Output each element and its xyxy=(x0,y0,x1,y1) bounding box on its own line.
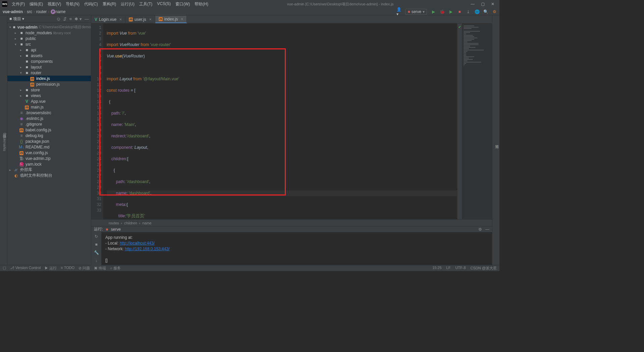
tab-login-vue[interactable]: VLogin.vue× xyxy=(91,16,125,23)
tree-node-modules[interactable]: ▸■node_moduleslibrary root xyxy=(7,30,91,36)
status-services[interactable]: ⟐ 服务 xyxy=(110,266,121,271)
wrench-icon[interactable]: 🔧 xyxy=(94,250,99,255)
tree-assets[interactable]: ▸■assets xyxy=(7,53,91,58)
run-config-selector[interactable]: ■serve▾ xyxy=(405,9,427,15)
status-run[interactable]: ▶ 运行 xyxy=(45,266,57,271)
status-encoding[interactable]: UTF-8 xyxy=(455,266,466,271)
gear-icon[interactable]: ⚙ xyxy=(478,227,482,232)
run-tool-window: 运行: ■serve ⚙— ↻ ■ 🔧 ↓ App running at: - … xyxy=(91,226,492,265)
menu-view[interactable]: 视图(V) xyxy=(46,1,63,8)
close-icon[interactable]: × xyxy=(119,17,122,22)
stop-button-icon[interactable]: ■ xyxy=(457,9,462,14)
menu-run[interactable]: 运行(U) xyxy=(119,1,136,8)
tree-package[interactable]: {}package.json xyxy=(7,138,91,144)
minimize-button[interactable]: — xyxy=(471,2,475,6)
tree-components[interactable]: ■components xyxy=(7,58,91,64)
stop-icon[interactable]: ■ xyxy=(95,242,97,247)
debug-button-icon[interactable]: 🐞 xyxy=(440,9,444,14)
menu-code[interactable]: 代码(C) xyxy=(83,1,100,8)
menu-help[interactable]: 帮助(H) xyxy=(193,1,210,8)
tree-app-vue[interactable]: VApp.vue xyxy=(7,98,91,104)
window-title: vue-admin [C:\Users\ws\Desktop\项目demo\vu… xyxy=(210,2,471,7)
code-area[interactable]: import Vue from 'vue' import VueRouter f… xyxy=(103,24,457,219)
menu-window[interactable]: 窗口(W) xyxy=(174,1,192,8)
status-vcs[interactable]: ⎇ Version Control xyxy=(10,266,41,271)
tree-debug[interactable]: ≡debug.log xyxy=(7,133,91,138)
local-url-link[interactable]: http://localhost:443/ xyxy=(120,241,155,246)
down-icon[interactable]: ↓ xyxy=(95,258,97,263)
menu-file[interactable]: 文件(F) xyxy=(10,1,26,8)
run-button-icon[interactable]: ▶ xyxy=(431,9,436,14)
tree-public[interactable]: ▸■public xyxy=(7,36,91,41)
tab-user-js[interactable]: JSuser.js× xyxy=(125,16,155,23)
tree-src[interactable]: ▾■src xyxy=(7,41,91,47)
expand-all-icon[interactable]: ⇵ xyxy=(63,16,67,21)
menu-edit[interactable]: 编辑(E) xyxy=(28,1,45,8)
breadcrumb-name[interactable]: name xyxy=(55,9,65,14)
minimap[interactable] xyxy=(462,24,492,219)
tree-yarn[interactable]: 🧶yarn.lock xyxy=(7,161,91,167)
maximize-button[interactable]: ▢ xyxy=(481,2,485,6)
status-todo[interactable]: ≡ TODO xyxy=(61,266,74,271)
tree-views[interactable]: ▸■views xyxy=(7,93,91,98)
editor[interactable]: 1234567891011121314151617181920212223242… xyxy=(91,24,492,219)
tree-gitignore[interactable]: ≡.gitignore xyxy=(7,121,91,127)
collapse-all-icon[interactable]: ≡ xyxy=(69,16,72,21)
git-update-icon[interactable]: ⤓ xyxy=(466,9,471,14)
left-tool-stripe[interactable]: 项目 Bookmarks xyxy=(0,15,7,265)
menu-tools[interactable]: 工具(T) xyxy=(138,1,154,8)
close-icon[interactable]: × xyxy=(149,17,152,22)
inspection-overview[interactable]: ✔ xyxy=(457,24,462,219)
translate-icon[interactable]: 🌐 xyxy=(475,9,479,14)
hide-icon[interactable]: — xyxy=(485,227,489,232)
tree-store[interactable]: ▸■store xyxy=(7,87,91,93)
tree-eslintrc[interactable]: ◉.eslintrc.js xyxy=(7,116,91,121)
search-icon[interactable]: 🔍 xyxy=(483,9,488,14)
tree-main-js[interactable]: JSmain.js xyxy=(7,104,91,110)
breadcrumb-router[interactable]: router xyxy=(36,9,47,14)
tree-permission-js[interactable]: JSpermission.js xyxy=(7,81,91,87)
tab-index-js[interactable]: JSindex.js× xyxy=(155,16,187,23)
tree-index-js[interactable]: JSindex.js xyxy=(7,76,91,81)
bc-routes[interactable]: routes xyxy=(109,221,119,225)
hide-tool-icon[interactable]: — xyxy=(85,16,89,21)
status-problems[interactable]: ⊘ 问题 xyxy=(78,266,90,271)
settings-gear-icon[interactable]: ⚙ xyxy=(492,9,497,14)
editor-tabs: VLogin.vue× JSuser.js× JSindex.js× xyxy=(91,15,492,24)
tree-external-libs[interactable]: ▸⫻外部库 xyxy=(7,167,91,173)
select-open-file-icon[interactable]: ⊙ xyxy=(57,16,60,21)
tree-vueconfig[interactable]: JSvue.config.js xyxy=(7,150,91,156)
coverage-button-icon[interactable]: ▶ xyxy=(448,9,453,14)
tree-layout[interactable]: ▸■layout xyxy=(7,64,91,70)
gear-icon[interactable]: ✱ ▾ xyxy=(74,16,82,21)
tree-scratches[interactable]: ◐临时文件和控制台 xyxy=(7,173,91,178)
property-icon: P xyxy=(51,9,55,14)
menu-refactor[interactable]: 重构(R) xyxy=(101,1,118,8)
menu-navigate[interactable]: 导航(N) xyxy=(64,1,81,8)
close-icon[interactable]: × xyxy=(181,17,183,21)
network-url-link[interactable]: http://192.168.0.153:443/ xyxy=(125,247,169,251)
breadcrumb-src[interactable]: src xyxy=(27,9,32,14)
bc-name[interactable]: name xyxy=(142,221,152,225)
tree-babel[interactable]: JSbabel.config.js xyxy=(7,127,91,133)
project-tree[interactable]: ▾■vue-adminC:\Users\ws\Desktop\项目demo ▸■… xyxy=(7,23,91,265)
tree-readme[interactable]: M↓README.md xyxy=(7,144,91,150)
tree-router[interactable]: ▾■router xyxy=(7,70,91,76)
tree-root[interactable]: ▾■vue-adminC:\Users\ws\Desktop\项目demo xyxy=(7,24,91,30)
status-line-sep[interactable]: LF xyxy=(446,266,451,271)
tree-api[interactable]: ▸■api xyxy=(7,47,91,53)
run-output[interactable]: App running at: - Local: http://localhos… xyxy=(101,232,492,266)
bc-children[interactable]: children xyxy=(124,221,137,225)
breadcrumb-project[interactable]: vue-admin xyxy=(3,9,23,14)
close-button[interactable]: ✕ xyxy=(491,2,495,6)
status-terminal[interactable]: ▣ 终端 xyxy=(94,266,106,271)
line-gutter: 1234567891011121314151617181920212223242… xyxy=(91,24,103,219)
status-hide-icon[interactable]: ▢ xyxy=(3,266,6,271)
user-icon[interactable]: 👤▾ xyxy=(396,9,401,14)
tree-zip[interactable]: 🗜vue-admin.zip xyxy=(7,156,91,161)
menu-vcs[interactable]: VCS(S) xyxy=(155,1,172,8)
status-cursor-pos[interactable]: 15:25 xyxy=(432,266,442,271)
rerun-icon[interactable]: ↻ xyxy=(95,234,98,239)
right-tool-stripe[interactable]: 通知 xyxy=(492,15,499,265)
tree-browserslistrc[interactable]: ≡.browserslistrc xyxy=(7,110,91,116)
